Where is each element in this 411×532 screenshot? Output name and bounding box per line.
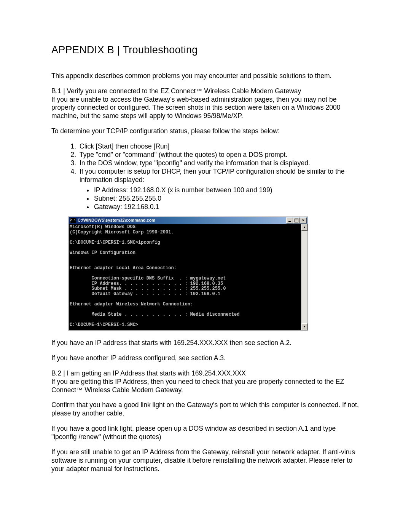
section-b2-p2: Confirm that you have a good link light … [51, 401, 362, 418]
command-output[interactable]: Microsoft(R) Windows DOS (C)Copyright Mi… [69, 224, 301, 330]
list-item: Type "cmd" or "command" (without the quo… [78, 151, 362, 159]
window-titlebar[interactable]: C:\ C:\WINDOWS\system32\command.com × [69, 217, 307, 224]
close-button[interactable]: × [300, 217, 307, 224]
list-item: If you computer is setup for DHCP, then … [78, 168, 362, 184]
list-item: Gateway: 192.168.0.1 [93, 203, 362, 211]
section-b2-heading: B.2 | I am getting an IP Address that st… [51, 369, 362, 378]
cmd-icon: C:\ [70, 218, 76, 223]
after-screenshot-p2: If you have another IP address configure… [51, 354, 362, 363]
bullets-list: IP Address: 192.168.0.X (x is number bet… [51, 186, 362, 211]
section-b1-heading: B.1 | Verify you are connected to the EZ… [51, 87, 362, 96]
document-page: APPENDIX B | Troubleshooting This append… [0, 0, 411, 526]
scroll-up-button[interactable]: ▲ [301, 224, 307, 231]
section-b2-p3: If you have a good link light, please op… [51, 425, 362, 441]
section-b1-p2: To determine your TCP/IP configuration s… [51, 127, 362, 136]
minimize-button[interactable] [286, 217, 293, 224]
section-b2-p1: If you are getting this IP Address, then… [51, 378, 362, 395]
section-b2-p4: If you are still unable to get an IP Add… [51, 448, 362, 473]
list-item: Click [Start] then choose [Run] [78, 142, 362, 151]
intro-paragraph: This appendix describes common problems … [51, 72, 362, 80]
maximize-button[interactable] [293, 217, 300, 224]
page-title: APPENDIX B | Troubleshooting [51, 44, 362, 57]
steps-list: Click [Start] then choose [Run] Type "cm… [51, 142, 362, 184]
scrollbar[interactable]: ▲ ▼ [301, 224, 307, 330]
after-screenshot-p1: If you have an IP address that starts wi… [51, 339, 362, 347]
list-item: In the DOS window, type "ipconfig" and v… [78, 159, 362, 168]
list-item: IP Address: 192.168.0.X (x is number bet… [93, 186, 362, 195]
list-item: Subnet: 255.255.255.0 [93, 195, 362, 203]
section-b1-p1: If you are unable to access the Gateway'… [51, 96, 362, 121]
scroll-down-button[interactable]: ▼ [301, 323, 307, 330]
scroll-track[interactable] [301, 231, 307, 323]
window-title: C:\WINDOWS\system32\command.com [78, 218, 286, 223]
command-prompt-window: C:\ C:\WINDOWS\system32\command.com × Mi… [68, 217, 308, 331]
